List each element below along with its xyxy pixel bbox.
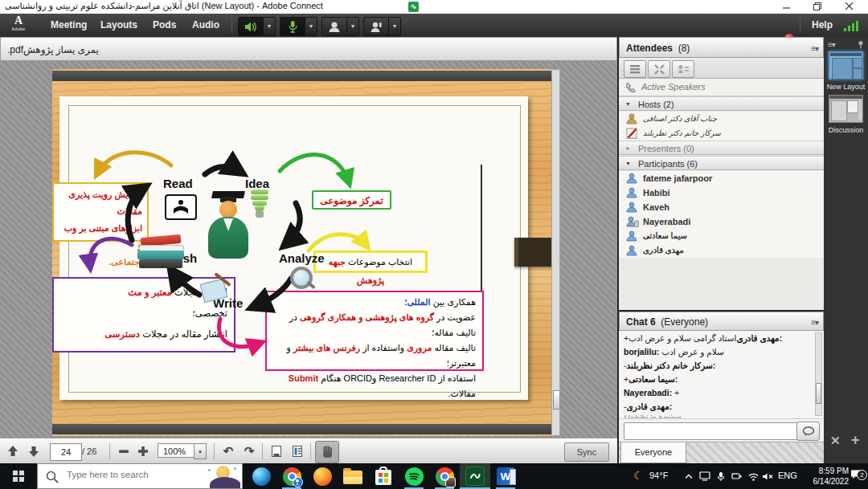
list-view-button[interactable] [624,60,646,78]
taskbar-firefox-icon[interactable] [307,463,338,489]
layout-bar: ≡▾ New Layout Discussion ✕ + [824,37,868,463]
page-number-input[interactable] [50,443,82,461]
participant-phone-icon [626,216,639,227]
maximize-button[interactable] [804,0,831,13]
status-view-button[interactable] [672,60,694,78]
expand-triangle-icon: ► [625,145,631,151]
sync-button[interactable]: Sync [564,442,609,462]
microphone-tray-icon[interactable] [714,470,727,483]
reading-person-icon [165,194,197,220]
microphone-button[interactable] [280,17,305,36]
attendee-row-participant[interactable]: Habibi [619,185,824,200]
connection-status-icon[interactable] [844,20,862,31]
tab-everyone[interactable]: Everyone [620,442,686,463]
hand-tool-button[interactable] [315,441,339,463]
rotate-left-button[interactable]: ↶ [220,443,236,459]
menu-audio[interactable]: Audio [182,14,230,37]
speaker-dropdown[interactable]: ▼ [264,17,276,36]
pin-icon[interactable] [857,40,865,49]
previous-page-button[interactable] [5,443,21,459]
zoom-in-button[interactable] [135,443,151,459]
taskbar-edge-icon[interactable] [246,463,276,489]
participants-section-header[interactable]: ▼ Participants (6) [619,156,824,170]
chat-scrollbar[interactable] [815,332,822,416]
chat-message: Nayerabadi+ [624,387,819,399]
moon-weather-icon: ☾ [633,469,644,482]
taskbar-search[interactable] [37,463,243,489]
attendee-row-participant[interactable]: سیما سعادتی [619,229,824,243]
volume-muted-tray-icon[interactable] [761,470,774,483]
send-message-button[interactable] [796,422,820,441]
zoom-level[interactable]: 100% [158,443,194,458]
menu-meeting[interactable]: Meeting [40,14,97,37]
rotate-right-button[interactable]: ↷ [241,443,257,459]
zoom-dropdown[interactable]: ▾ [194,443,207,459]
layout-new-layout[interactable] [829,51,863,79]
share-vertical-scrollbar[interactable] [551,69,560,436]
add-layout-button[interactable]: + [851,432,860,449]
chat-tab-strip: Everyone [619,442,824,463]
weather-widget[interactable]: ☾ 94°F [633,463,682,489]
raise-hand-button[interactable] [363,17,389,36]
taskbar-store-icon[interactable] [368,463,399,489]
participant-icon [626,245,637,256]
zoom-out-button[interactable] [116,443,132,459]
close-button[interactable] [836,0,863,13]
fit-page-button[interactable] [268,443,285,459]
attendee-row-participant[interactable]: Kaveh [619,200,824,214]
webcam-button[interactable] [321,17,347,36]
attendee-row-participant[interactable]: fateme jafarpoor [619,171,824,185]
display-tray-icon[interactable] [698,470,711,483]
notification-center[interactable]: 2 [850,463,868,489]
attendee-row-host-2[interactable]: سرکار خانم دکتر نظربلند [619,126,824,141]
power-tray-icon[interactable] [731,470,743,483]
taskbar-spotify-icon[interactable] [399,463,429,489]
taskbar-word-icon[interactable]: W [490,463,521,489]
chat-pod-menu-button[interactable]: ≡▾ [811,318,818,327]
taskbar-chrome-icon[interactable] [276,463,307,489]
fit-width-button[interactable] [289,443,305,459]
phone-icon [625,82,637,94]
windows-taskbar: W ☾ 94°F ENG 8:59 PM6/14/2022 2 [0,463,868,489]
status-dropdown[interactable]: ▼ [389,17,401,36]
taskbar-chrome2-icon[interactable] [429,463,460,489]
search-input[interactable] [65,469,197,480]
taskbar-file-explorer-icon[interactable] [338,463,368,489]
attendee-row-host-1[interactable]: جناب آقای دکتر اصنافی [619,112,824,126]
attendees-count: (8) [678,43,690,54]
menu-layouts[interactable]: Layouts [90,14,148,37]
presenters-section-header[interactable]: ► Presenters (0) [619,141,824,155]
start-button[interactable] [0,463,37,489]
collapse-triangle-icon: ▼ [625,101,631,107]
menu-help[interactable]: Help [805,14,839,37]
taskbar-adobe-connect-icon[interactable] [460,463,490,489]
scrollbar-thumb[interactable] [553,390,560,410]
windows-logo-icon [13,471,24,482]
hidden-icons-chevron[interactable] [682,470,695,483]
breakout-view-button[interactable] [648,60,670,78]
attendee-row-participant[interactable]: Nayerabadi [619,214,824,229]
adobe-logo: A Adobe [6,15,31,31]
layout-bar-menu-button[interactable]: ≡▾ [828,40,835,49]
network-tray-icon[interactable] [747,470,760,483]
chat-message: -سرکار خانم دکتر نظربلند [624,360,819,372]
scrollbar-thumb[interactable] [816,383,821,404]
attendee-row-participant[interactable]: مهدی قادری [619,243,824,258]
layout-options-button[interactable]: ✕ [830,434,841,448]
layout-discussion[interactable] [829,95,863,123]
microphone-dropdown[interactable]: ▼ [305,17,317,36]
layout-label: New Layout [824,83,868,91]
chat-input[interactable] [624,422,800,440]
webcam-dropdown[interactable]: ▼ [347,17,359,36]
minimize-button[interactable] [773,0,800,13]
speaker-button[interactable] [238,17,264,36]
raise-hand-icon [370,21,383,33]
chrome-avatar-badge [445,477,456,487]
clock[interactable]: 8:59 PM6/14/2022 [804,463,849,489]
hosts-section-header[interactable]: ▼ Hosts (2) [619,96,824,111]
next-page-button[interactable] [26,443,42,459]
menu-pods[interactable]: Pods [142,14,186,37]
attendees-pod-menu-button[interactable]: ≡▾ [811,44,818,53]
search-icon [46,471,59,483]
language-indicator[interactable]: ENG [778,463,802,489]
